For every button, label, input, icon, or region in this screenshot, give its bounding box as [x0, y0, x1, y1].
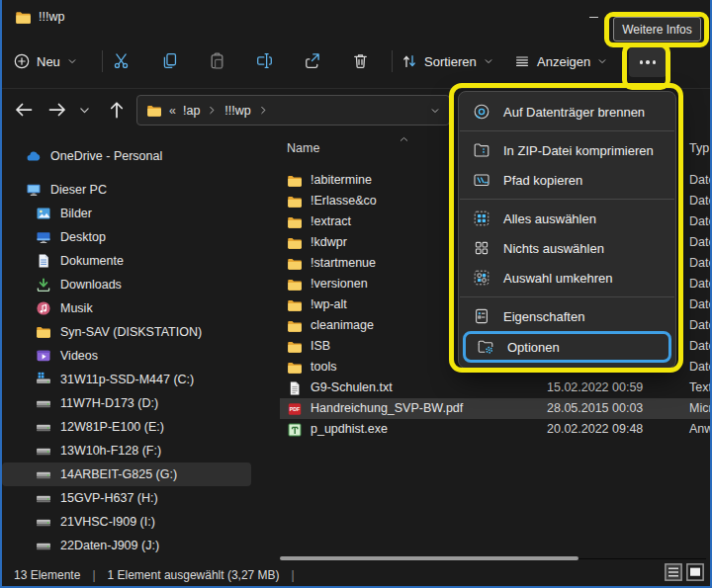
file-name: !versionen — [311, 274, 368, 294]
zip-icon — [473, 141, 490, 159]
folder-icon — [287, 360, 303, 376]
paste-button[interactable] — [209, 52, 225, 69]
breadcrumb-crumb[interactable]: !ap — [183, 104, 200, 118]
sidebar-item[interactable]: Desktop — [2, 225, 251, 249]
file-type: Dateiordner — [689, 357, 712, 378]
sidebar-item[interactable]: 13W10h-F128 (F:) — [2, 439, 251, 462]
breadcrumb-chevron-icon[interactable] — [207, 105, 218, 116]
file-type: Dateiordner — [689, 191, 712, 211]
item-count: 13 Elemente — [14, 568, 80, 582]
sidebar-item[interactable]: Syn-SAV (DISKSTATION) — [2, 320, 251, 344]
sidebar-item[interactable]: 31W11p-SSD-M447 (C:) — [2, 368, 251, 391]
menu-item[interactable]: Eigenschaften — [459, 301, 675, 331]
folder-icon — [287, 297, 303, 313]
sort-button[interactable]: Sortieren — [401, 47, 493, 75]
address-dropdown-icon[interactable] — [430, 106, 440, 116]
forward-button[interactable] — [47, 100, 67, 120]
breadcrumb-chevron-icon[interactable] — [258, 105, 269, 116]
menu-separator — [460, 296, 674, 297]
history-chevron-button[interactable] — [78, 104, 91, 117]
folder-icon — [15, 9, 32, 26]
menu-item[interactable]: Nichts auswählen — [459, 233, 675, 263]
column-header-type[interactable]: Typ — [689, 141, 709, 155]
menu-item[interactable]: Pfad kopieren — [459, 165, 675, 195]
chevron-down-icon — [484, 56, 493, 66]
chevron-down-icon — [67, 56, 77, 66]
file-name: cleanimage — [311, 315, 374, 336]
sidebar-item[interactable]: Downloads — [2, 273, 251, 296]
exe-icon — [287, 422, 303, 438]
burn-icon — [473, 103, 490, 121]
sidebar-item-label: 31W11p-SSD-M447 (C:) — [60, 373, 194, 386]
file-type: Dateiordner — [689, 336, 712, 357]
file-name: p_updhist.exe — [311, 419, 388, 440]
copy-button[interactable] — [161, 52, 178, 69]
file-type: Microsoft Edge PDF Document — [689, 398, 712, 419]
menu-item[interactable]: Alles auswählen — [459, 204, 675, 233]
sidebar-item[interactable]: OneDrive - Personal — [2, 144, 251, 168]
file-date: 15.02.2022 00:59 — [547, 378, 643, 398]
view-button[interactable]: Anzeigen — [514, 47, 607, 75]
address-bar[interactable]: « !ap !!!wp — [136, 95, 450, 126]
file-name: !kdwpr — [311, 232, 347, 253]
drive-icon — [36, 466, 51, 482]
file-row[interactable]: G9-Schulen.txt 15.02.2022 00:59 Textdoku… — [280, 378, 712, 398]
horizontal-scrollbar-thumb[interactable] — [280, 556, 578, 560]
file-row[interactable]: PDF Handreichung_SVP-BW.pdf 28.05.2015 0… — [280, 398, 712, 419]
folder-icon — [287, 256, 303, 272]
sidebar-item-label: Downloads — [60, 278, 122, 292]
menu-item[interactable]: Auf Datenträger brennen — [459, 97, 675, 126]
sidebar-item[interactable]: 12W81P-E100 (E:) — [2, 415, 251, 439]
sidebar-item[interactable]: Videos — [2, 344, 251, 368]
details-view-button[interactable] — [664, 562, 683, 582]
sidebar-item[interactable]: Dieser PC — [2, 178, 251, 202]
rename-button[interactable] — [256, 52, 273, 69]
file-type: Anwendung — [689, 419, 712, 440]
menu-item[interactable]: In ZIP-Datei komprimieren — [459, 135, 675, 165]
sidebar-item-label: Bilder — [60, 207, 92, 220]
titlebar: !!!wp — [0, 0, 712, 36]
file-name: ISB — [311, 336, 330, 357]
sidebar-item[interactable]: Bilder — [2, 202, 251, 225]
minimize-button[interactable] — [581, 5, 605, 29]
status-divider: | — [92, 568, 95, 582]
menu-item[interactable]: Auswahl umkehren — [459, 263, 675, 293]
sidebar-item[interactable]: 15GVP-H637 (H:) — [2, 486, 251, 510]
status-divider: | — [292, 568, 295, 582]
selectinvert-icon — [473, 269, 490, 287]
share-button[interactable] — [304, 52, 320, 69]
folder-icon — [287, 194, 303, 210]
see-more-icon — [646, 60, 650, 64]
drive-icon — [36, 395, 51, 411]
back-button[interactable] — [14, 100, 34, 120]
new-button[interactable]: Neu — [14, 47, 77, 75]
menu-separator — [460, 199, 674, 200]
sidebar-item[interactable]: 21VHSC-I909 (I:) — [2, 510, 251, 534]
file-date: 28.05.2015 00:03 — [547, 398, 643, 419]
sidebar-item[interactable]: 14ARBEIT-G825 (G:) — [2, 462, 251, 486]
column-divider[interactable] — [680, 135, 681, 155]
large-icons-view-button[interactable] — [685, 562, 705, 582]
file-type: Dateiordner — [689, 211, 712, 232]
up-button[interactable] — [107, 100, 127, 120]
delete-button[interactable] — [352, 52, 369, 69]
menu-item-label: Alles auswählen — [503, 211, 596, 226]
breadcrumb-crumb[interactable]: !!!wp — [224, 104, 250, 118]
see-more-button[interactable] — [629, 47, 667, 77]
sidebar-item[interactable]: Musik — [2, 296, 251, 320]
sidebar-item-label: Dokumente — [60, 254, 124, 268]
sidebar-item[interactable]: 22Daten-J909 (J:) — [2, 534, 251, 557]
file-row[interactable]: p_updhist.exe 20.02.2022 09:48 Anwendung — [280, 419, 712, 440]
downloads-icon — [36, 277, 51, 293]
sidebar-item[interactable]: 11W7H-D173 (D:) — [2, 391, 251, 415]
menu-item[interactable]: Optionen — [463, 331, 671, 363]
file-type: Textdokument — [689, 378, 712, 398]
cut-button[interactable] — [113, 52, 130, 69]
sidebar-item[interactable]: Dokumente — [2, 249, 251, 273]
breadcrumb-overflow[interactable]: « — [169, 104, 176, 118]
chevron-down-icon — [597, 56, 607, 66]
drive-icon — [36, 538, 51, 553]
selection-info: 1 Element ausgewählt (3,27 MB) — [108, 568, 280, 582]
column-header-name[interactable]: Name — [287, 141, 319, 155]
txt-icon — [287, 380, 303, 396]
